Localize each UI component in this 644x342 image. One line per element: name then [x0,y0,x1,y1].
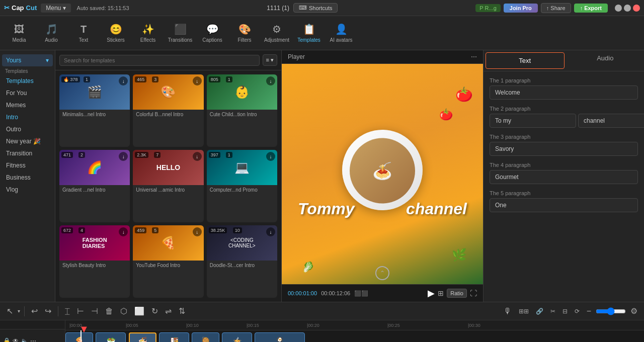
link-button[interactable]: 🔗 [533,307,546,316]
sidebar-item-new-year[interactable]: New year 🎉 [2,135,53,147]
clip-5[interactable]: 🥘 0.7s [192,332,219,343]
text-icon: T [80,24,87,35]
para-3-input[interactable] [490,142,638,156]
play-button[interactable]: ▶ [428,288,435,299]
tool-transitions[interactable]: ⬛ Transitions [165,19,195,47]
template-card[interactable]: 🌈 471 2 ↓ Gradient ...nel Intro [59,150,130,222]
zoom-out-button[interactable]: − [584,306,594,317]
lock-icon[interactable]: 🔒 [3,337,11,342]
sidebar-item-yours[interactable]: Yours ▾ [2,54,53,66]
tool-effects[interactable]: ✨ Effects [133,19,163,47]
clip-6[interactable]: 🍲 0.8s [222,332,252,343]
sidebar-item-fitness[interactable]: Fitness [2,159,53,172]
tool-templates[interactable]: 📋 Templates [294,19,324,47]
clip-3-selected[interactable]: Replace ✓ 🍜 0.7s [129,332,156,343]
template-card[interactable]: FASHIONDIARIES 672 4 ↓ Stylish Beauty In… [59,225,130,298]
close-button[interactable] [633,5,640,12]
tool-media[interactable]: 🖼 Media [4,19,34,47]
tool-stickers[interactable]: 😊 Stickers [101,19,131,47]
tool-filters[interactable]: 🎨 Filters [229,19,260,47]
microphone-button[interactable]: 🎙 [501,306,514,317]
clip-7[interactable]: 🍳 2.9s [255,332,305,343]
split-button[interactable]: ⌶ [62,306,72,317]
download-icon[interactable]: ↓ [266,76,275,86]
rotate-button[interactable]: ↻ [149,305,160,317]
paragraph-4: The 4 paragraph [490,162,638,184]
tool-adjustment[interactable]: ⚙ Adjustment [262,19,292,47]
flip-h-button[interactable]: ⇌ [163,305,174,317]
replace-button[interactable]: ⟳ [572,307,582,316]
template-card[interactable]: 🎬 🔥 378 1 ↓ Minimalis...nel Intro [59,74,130,147]
minimize-button[interactable] [615,5,622,12]
template-card[interactable]: 🎨 465 3 ↓ Colorful B...nnel Intro [133,74,203,147]
timeline: ↖ ▾ ↩ ↪ ⌶ ⊢ ⊣ 🗑 ⬡ ⬜ ↻ ⇌ ⇅ 🎙 ⊞⊞ 🔗 ✂ ⊟ ⟳ −… [0,302,644,342]
more-options-icon[interactable]: ⋯ [471,53,477,60]
export-button[interactable]: ↑ Export [574,4,608,13]
search-input[interactable] [59,55,260,66]
select-tool-button[interactable]: ↖ [4,305,16,317]
templates-icon: 📋 [303,23,315,35]
template-card[interactable]: 💻 397 1 ↓ Computer...nd Promo [207,150,277,222]
share-button[interactable]: ↑ Share [541,3,571,13]
settings-icon[interactable]: ⚙ [628,305,640,317]
filter-button[interactable]: ≡ ▾ [263,54,277,66]
ratio-button[interactable]: Ratio [447,289,467,298]
tool-captions[interactable]: 💬 Captions [197,19,227,47]
sidebar-item-for-you[interactable]: For You [2,87,53,99]
download-icon[interactable]: ↓ [266,152,275,161]
mute-icon[interactable]: 🔈 [21,337,28,342]
clip-2[interactable]: 🥗 0.8s [96,332,126,343]
crop-button[interactable]: ⬜ [132,305,147,317]
redo-button[interactable]: ↪ [42,305,54,317]
flip-v-button[interactable]: ⇅ [176,305,188,317]
template-card[interactable]: 👶 805 1 ↓ Cute Child...tion Intro [207,74,277,147]
zoom-fit-button[interactable]: ⊞ [438,289,444,297]
sidebar-item-transition[interactable]: Transition [2,147,53,159]
tool-audio[interactable]: 🎵 Audio [36,19,66,47]
para-4-input[interactable] [490,170,638,184]
zoom-slider[interactable] [596,307,626,315]
more-icon[interactable]: ⋯ [30,337,36,342]
tab-text[interactable]: Text [486,52,565,69]
join-pro-button[interactable]: Join Pro [504,4,538,13]
ai-cut-button[interactable]: ✂ [548,307,558,316]
trim-start-button[interactable]: ⊢ [74,305,87,317]
player-video: 🍝 Tommy channel 🍅 🍅 🌿 🥬 ⌃ [282,64,483,284]
template-card[interactable]: 🍕 459 5 ↓ YouTube Food Intro [133,225,203,298]
undo-button[interactable]: ↩ [29,305,40,317]
sidebar-item-vlog[interactable]: Vlog [2,184,53,196]
eye-icon[interactable]: 👁 [13,337,19,342]
fullscreen-button[interactable]: ⛶ [470,289,477,297]
menu-button[interactable]: Menu ▾ [41,4,70,13]
keyframe-button[interactable]: ⬡ [118,305,130,317]
template-label: Gradient ...nel Intro [59,185,130,195]
download-icon[interactable]: ↓ [193,76,202,86]
delete-button[interactable]: 🗑 [103,306,116,317]
download-icon[interactable]: ↓ [193,227,202,236]
clip-4[interactable]: 🍱 0.8s [159,332,189,343]
tool-text[interactable]: T Text [68,19,99,47]
trim-end-button[interactable]: ⊣ [89,305,101,317]
download-icon[interactable]: ↓ [193,152,202,161]
shortcuts-button[interactable]: ⌨ Shortcuts [293,3,338,13]
picture-in-picture-button[interactable]: ⊟ [560,307,570,316]
para-4-label: The 4 paragraph [490,162,638,168]
sidebar-item-business[interactable]: Business [2,172,53,184]
template-card[interactable]: HELLO 2.3K 7 ↓ Universal ...amic Intro [133,150,203,222]
audio-split-button[interactable]: ⊞⊞ [516,307,531,316]
sidebar-item-intro[interactable]: Intro [2,111,53,123]
sidebar-item-outro[interactable]: Outro [2,123,53,135]
tab-audio[interactable]: Audio [567,50,645,71]
para-2-input-left[interactable] [490,114,576,128]
download-icon[interactable]: ↓ [266,227,275,236]
template-badge2: 1 [84,76,90,82]
para-1-input[interactable] [490,86,638,100]
para-2-input-right[interactable] [578,114,644,128]
tool-ai-avatars[interactable]: 👤 AI avatars [326,19,356,47]
topbar-center: 1111 (1) ⌨ Shortcuts [133,3,472,13]
sidebar-item-memes[interactable]: Memes [2,99,53,111]
sidebar-item-templates[interactable]: Templates [2,75,53,87]
template-card[interactable]: <CODINGCHANNEL> 38.25K 10 ↓ Doodle-St...… [207,225,277,298]
maximize-button[interactable] [624,5,631,12]
para-5-input[interactable] [490,198,638,212]
